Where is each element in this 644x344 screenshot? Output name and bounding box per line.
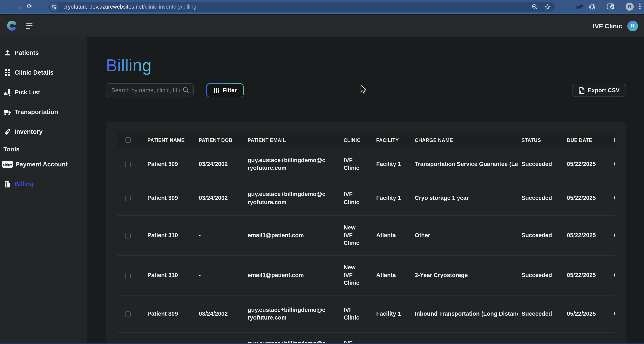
sidebar-item-inventory[interactable]: Inventory bbox=[0, 122, 87, 142]
url-path: /clinic-inventory/billing bbox=[143, 4, 196, 10]
table-row[interactable]: Patient 309 03/24/2002 guy.eustace+billi… bbox=[117, 295, 615, 332]
col-charge-name[interactable]: CHARGE NAME bbox=[415, 137, 522, 143]
clinic-name: IVF Clinic bbox=[593, 22, 622, 29]
sidebar-item-pick-list[interactable]: Pick List bbox=[0, 82, 87, 102]
mouse-cursor bbox=[360, 85, 367, 94]
search-icon[interactable] bbox=[182, 87, 190, 94]
col-facility[interactable]: FACILITY bbox=[376, 137, 415, 143]
select-all-checkbox[interactable] bbox=[125, 137, 131, 143]
main-content: Billing Filter bbox=[87, 37, 644, 344]
site-settings-icon[interactable] bbox=[50, 3, 58, 11]
export-csv-button[interactable]: Export CSV bbox=[572, 84, 626, 97]
table-row[interactable]: Patient 310 - email1@patient.com New IVF… bbox=[117, 215, 615, 255]
col-patient-email[interactable]: PATIENT EMAIL bbox=[248, 137, 344, 143]
table-row[interactable]: Patient 309 03/24/2002 guy.eustace+billi… bbox=[117, 148, 615, 181]
col-patient-name[interactable]: PATIENT NAME bbox=[148, 137, 199, 143]
table-header-row: PATIENT NAME PATIENT DOB PATIENT EMAIL C… bbox=[117, 133, 615, 148]
col-due-date[interactable]: DUE DATE bbox=[567, 137, 614, 143]
cryofuture-logo bbox=[7, 21, 17, 31]
url-domain: cryofuture-dev.azurewebsites.net bbox=[64, 4, 143, 10]
bottom-edge bbox=[0, 343, 644, 344]
billing-table-card: PATIENT NAME PATIENT DOB PATIENT EMAIL C… bbox=[106, 122, 626, 344]
row-checkbox[interactable] bbox=[125, 233, 131, 238]
sidebar-item-label: Payment Account bbox=[16, 161, 68, 168]
sidebar-item-clinic-details[interactable]: Clinic Details bbox=[0, 63, 87, 82]
tools-section-label: Tools bbox=[4, 146, 87, 154]
sidebar-item-transportation[interactable]: Transportation bbox=[0, 102, 87, 122]
browser-profile-avatar[interactable]: R bbox=[626, 2, 634, 11]
sliders-icon bbox=[213, 87, 219, 93]
row-checkbox[interactable] bbox=[125, 161, 131, 167]
back-icon[interactable]: ← bbox=[2, 3, 13, 10]
table-row[interactable]: guy.eustace+billingdemo@cryofuture.com I… bbox=[117, 332, 615, 344]
invoice-icon: $ bbox=[4, 180, 11, 188]
address-bar[interactable]: cryofuture-dev.azurewebsites.net/clinic-… bbox=[48, 2, 555, 12]
svg-text:$: $ bbox=[5, 184, 7, 187]
toolbar-separator bbox=[620, 3, 620, 10]
file-export-icon bbox=[578, 87, 584, 94]
forward-icon[interactable]: → bbox=[13, 3, 24, 10]
browser-menu-icon[interactable] bbox=[639, 4, 640, 10]
sidebar: Patients Clinic Details Pick List Transp… bbox=[0, 37, 87, 344]
filter-button[interactable]: Filter bbox=[206, 83, 244, 97]
sidebar-item-payment-account[interactable]: stripe Payment Account bbox=[0, 154, 87, 174]
grid-icon bbox=[4, 69, 11, 76]
col-status[interactable]: STATUS bbox=[522, 137, 567, 143]
row-checkbox[interactable] bbox=[125, 311, 131, 317]
row-checkbox[interactable] bbox=[125, 196, 131, 201]
screen: ← → ⟳ cryofuture-dev.azurewebsites.net/c… bbox=[0, 0, 644, 344]
sidebar-item-label: Inventory bbox=[14, 128, 43, 135]
sidebar-item-billing[interactable]: $ Billing bbox=[0, 174, 87, 194]
col-clipped[interactable]: P bbox=[614, 137, 615, 143]
sidebar-item-label: Clinic Details bbox=[14, 69, 54, 76]
truck-icon bbox=[4, 109, 11, 115]
reload-icon[interactable]: ⟳ bbox=[24, 3, 35, 10]
handtruck-icon bbox=[4, 89, 11, 96]
app-header: IVF Clinic R bbox=[0, 15, 644, 37]
col-patient-dob[interactable]: PATIENT DOB bbox=[199, 137, 248, 143]
url-text[interactable]: cryofuture-dev.azurewebsites.net/clinic-… bbox=[64, 4, 196, 10]
search-box bbox=[106, 83, 194, 97]
browser-toolbar: ← → ⟳ cryofuture-dev.azurewebsites.net/c… bbox=[0, 0, 644, 14]
side-search-icon[interactable] bbox=[607, 3, 614, 10]
export-csv-label: Export CSV bbox=[588, 87, 620, 94]
toolbar-divider bbox=[200, 85, 200, 95]
filter-label: Filter bbox=[222, 87, 237, 94]
wave-extension-icon[interactable] bbox=[576, 4, 583, 10]
menu-toggle-icon[interactable] bbox=[26, 23, 32, 29]
testtube-icon bbox=[4, 128, 11, 135]
col-clinic[interactable]: CLINIC bbox=[344, 137, 376, 143]
sidebar-item-patients[interactable]: Patients bbox=[0, 43, 87, 63]
toolbar-separator bbox=[601, 3, 601, 10]
search-input[interactable] bbox=[106, 83, 194, 97]
sidebar-item-label: Transportation bbox=[14, 109, 58, 115]
table-row[interactable]: Patient 309 03/24/2002 guy.eustace+billi… bbox=[117, 181, 615, 215]
page-title: Billing bbox=[106, 56, 152, 75]
sidebar-item-label: Billing bbox=[14, 181, 34, 187]
bookmark-star-icon[interactable] bbox=[544, 4, 550, 10]
stripe-badge-icon: stripe bbox=[2, 161, 13, 168]
table-row[interactable]: Patient 310 - email1@patient.com New IVF… bbox=[117, 255, 615, 295]
sidebar-item-label: Pick List bbox=[14, 89, 40, 96]
extensions-puzzle-icon[interactable] bbox=[589, 3, 595, 10]
user-avatar[interactable]: R bbox=[627, 20, 638, 31]
person-icon bbox=[4, 49, 11, 56]
billing-table: PATIENT NAME PATIENT DOB PATIENT EMAIL C… bbox=[117, 133, 615, 344]
sidebar-item-label: Patients bbox=[14, 49, 39, 56]
row-checkbox[interactable] bbox=[125, 273, 131, 278]
zoom-out-icon[interactable] bbox=[532, 4, 538, 10]
